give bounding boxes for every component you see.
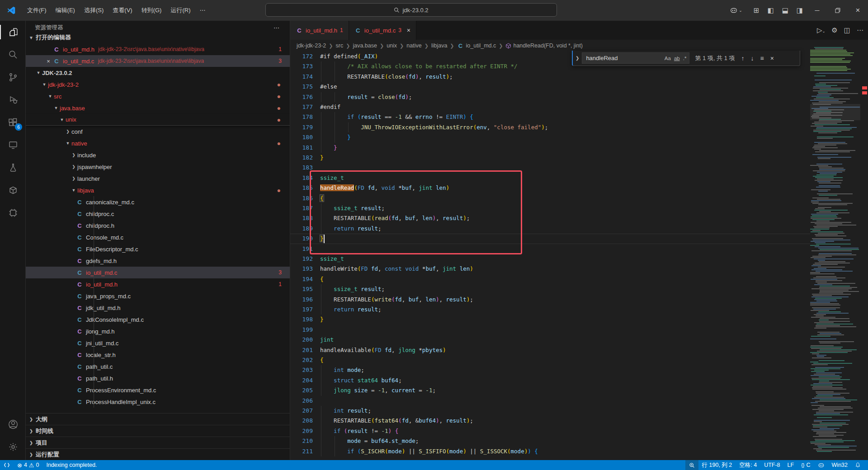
tree-file-childproc.c[interactable]: Cchildproc.c	[26, 208, 290, 220]
code-line-204[interactable]: 204 struct stat64 buf64;	[290, 376, 810, 385]
window-minimize-button[interactable]: ─	[807, 0, 827, 21]
tree-file-childproc.h[interactable]: Cchildproc.h	[26, 220, 290, 231]
code-line-205[interactable]: 205 jlong size = -1, current = -1;	[290, 385, 810, 395]
zoom-status[interactable]	[685, 460, 698, 470]
activity-search-button[interactable]	[0, 43, 26, 66]
tree-file-JdkConsoleImpl_md.c[interactable]: CJdkConsoleImpl_md.c	[26, 314, 290, 325]
code-line-198[interactable]: 198}	[290, 315, 810, 324]
menu-item-0[interactable]: 文件(F)	[23, 4, 51, 17]
code-line-182[interactable]: 182}	[290, 153, 810, 163]
command-center-search[interactable]: jdk-23.0.2	[265, 3, 557, 17]
code-line-199[interactable]: 199	[290, 325, 810, 335]
tree-folder-native[interactable]: ▼native●	[26, 137, 290, 149]
line-number[interactable]: 195	[290, 284, 313, 294]
copilot-status[interactable]	[814, 460, 828, 470]
editor-more-actions-icon[interactable]: ⋯	[857, 26, 863, 34]
line-number[interactable]: 179	[290, 122, 313, 132]
line-number[interactable]: 202	[290, 355, 313, 365]
code-line-210[interactable]: 210 mode = buf64.st_mode;	[290, 436, 810, 446]
activity-run-debug-button[interactable]	[0, 89, 26, 111]
tree-folder-include[interactable]: ❯include	[26, 149, 290, 161]
window-restore-button[interactable]	[827, 0, 848, 21]
tree-folder-jdk-jdk-23-2[interactable]: ▼jdk-jdk-23-2●	[26, 79, 290, 90]
language-mode[interactable]: {}C	[797, 460, 814, 470]
eol[interactable]: LF	[784, 460, 798, 470]
code-line-209[interactable]: 209 if (result != -1) {	[290, 426, 810, 436]
tree-folder-unix[interactable]: ▼unix●	[26, 114, 290, 126]
indexing-status[interactable]: Indexing completed.	[42, 460, 100, 470]
tree-file-java_props_md.c[interactable]: Cjava_props_md.c	[26, 290, 290, 302]
breadcrumb-item[interactable]: java.base	[353, 42, 377, 49]
open-editors-header[interactable]: ▼打开的编辑器	[26, 32, 290, 43]
line-number[interactable]: 182	[290, 153, 313, 163]
tree-file-jdk_util_md.h[interactable]: Cjdk_util_md.h	[26, 302, 290, 314]
activity-explorer-button[interactable]	[0, 21, 26, 43]
close-icon[interactable]: ×	[44, 58, 53, 65]
line-number[interactable]: 178	[290, 112, 313, 122]
line-number[interactable]: 192	[290, 254, 313, 264]
line-number[interactable]: 206	[290, 396, 313, 406]
line-number[interactable]: 209	[290, 426, 313, 436]
code-line-202[interactable]: 202{	[290, 355, 810, 365]
tree-folder-jspawnhelper[interactable]: ❯jspawnhelper	[26, 161, 290, 173]
line-number[interactable]: 175	[290, 82, 313, 92]
menu-item-1[interactable]: 编辑(E)	[51, 4, 80, 17]
code-line-207[interactable]: 207 int result;	[290, 406, 810, 416]
code-line-211[interactable]: 211 if (S_ISCHR(mode) || S_ISFIFO(mode) …	[290, 446, 810, 456]
menu-item-4[interactable]: 转到(G)	[137, 4, 166, 17]
code-line-196[interactable]: 196 RESTARTABLE(write(fd, buf, len), res…	[290, 295, 810, 305]
line-number[interactable]: 197	[290, 305, 313, 315]
breadcrumb-item[interactable]: handleRead(FD, void *, jint)	[505, 42, 583, 49]
code-line-192[interactable]: 192ssize_t	[290, 254, 810, 264]
code-line-180[interactable]: 180 }	[290, 132, 810, 142]
minimap[interactable]	[810, 45, 860, 454]
activity-account-button[interactable]	[0, 413, 26, 436]
code-line-200[interactable]: 200jint	[290, 335, 810, 345]
find-close-icon[interactable]: ×	[770, 55, 774, 62]
code-line-177[interactable]: 177#endif	[290, 102, 810, 112]
code-editor[interactable]: 172#if defined(_AIX)173 /* AIX allows cl…	[290, 51, 868, 460]
section-3[interactable]: ❯运行配置	[26, 448, 290, 460]
code-line-206[interactable]: 206	[290, 396, 810, 406]
section-0[interactable]: ❯大纲	[26, 413, 290, 425]
line-number[interactable]: 172	[290, 52, 313, 61]
split-editor-icon[interactable]: ◫	[844, 26, 850, 34]
tree-file-canonicalize_md.c[interactable]: Ccanonicalize_md.c	[26, 196, 290, 208]
breadcrumb-item[interactable]: native	[406, 42, 421, 49]
tree-folder-java.base[interactable]: ▼java.base●	[26, 102, 290, 114]
explorer-more-actions-button[interactable]: ⋯	[274, 24, 280, 31]
section-2[interactable]: ❯项目	[26, 437, 290, 448]
line-number[interactable]: 174	[290, 72, 313, 82]
activity-source-control-button[interactable]	[0, 66, 26, 89]
find-replace-toggle-chevron[interactable]: ❯	[573, 56, 582, 61]
tree-folder-JDK-23.0.2[interactable]: ▼JDK-23.0.2	[26, 67, 290, 79]
menu-item-5[interactable]: 运行(R)	[166, 4, 195, 17]
remote-indicator[interactable]	[0, 460, 14, 470]
menu-item-6[interactable]: ⋯	[195, 4, 210, 17]
code-line-201[interactable]: 201handleAvailable(FD fd, jlong *pbytes)	[290, 345, 810, 355]
line-number[interactable]: 208	[290, 416, 313, 426]
tree-file-locale_str.h[interactable]: Clocale_str.h	[26, 349, 290, 361]
tree-folder-libjava[interactable]: ▼libjava●	[26, 184, 290, 196]
code-line-175[interactable]: 175#else	[290, 82, 810, 92]
activity-packages-button[interactable]	[0, 179, 26, 202]
line-number[interactable]: 198	[290, 315, 313, 324]
line-number[interactable]: 201	[290, 345, 313, 355]
activity-settings-button[interactable]	[0, 436, 26, 458]
tree-file-io_util_md.c[interactable]: Cio_util_md.c3	[26, 267, 290, 278]
section-1[interactable]: ❯时间线	[26, 425, 290, 437]
cursor-position[interactable]: 行 190, 列 2	[698, 460, 736, 470]
breadcrumb-item[interactable]: src	[336, 42, 344, 49]
code-line-208[interactable]: 208 RESTARTABLE(fstat64(fd, &buf64), res…	[290, 416, 810, 426]
regex-icon[interactable]: .*	[683, 56, 687, 61]
find-previous-icon[interactable]: ↑	[741, 55, 745, 62]
encoding[interactable]: UTF-8	[760, 460, 783, 470]
customize-layout-icon[interactable]: ⊞	[750, 6, 764, 14]
code-line-197[interactable]: 197 return result;	[290, 305, 810, 315]
toggle-secondary-sidebar-icon[interactable]: ◨	[793, 6, 807, 14]
problems-status[interactable]: ⊗4⚠0	[14, 460, 42, 470]
line-number[interactable]: 204	[290, 376, 313, 385]
code-line-194[interactable]: 194{	[290, 274, 810, 284]
tree-file-path_util.c[interactable]: Cpath_util.c	[26, 361, 290, 372]
line-number[interactable]: 194	[290, 274, 313, 284]
